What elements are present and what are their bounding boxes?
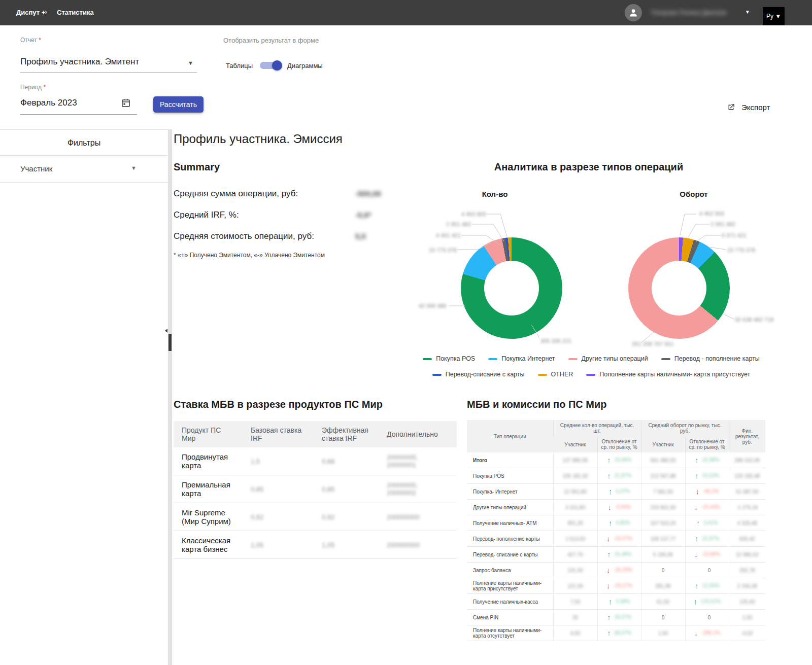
turn-member-cell: 1,50 bbox=[641, 625, 685, 641]
qty-deviation-cell: -26,29% bbox=[597, 563, 641, 578]
slice-label: 92 638 482 718 bbox=[735, 317, 773, 323]
fin-result-cell: -0,52 bbox=[729, 625, 765, 641]
table-row: Покупка POS 105 181,50 21,87% 212 567,88… bbox=[467, 468, 765, 484]
trend-arrow-icon bbox=[696, 519, 700, 527]
trend-arrow-icon bbox=[607, 503, 612, 511]
legend-item: Другие типы операций bbox=[568, 355, 648, 362]
slice-label: 4 491 421 bbox=[436, 232, 461, 238]
operation-type-cell: Получение наличных-касса bbox=[467, 594, 553, 610]
table-row: Запрос баланса 131,50 -26,29% 0 0 292,78 bbox=[467, 563, 765, 578]
analytics-heading: Аналитика в разрезе типов операций bbox=[436, 161, 741, 173]
operation-type-cell: Полнение карты наличными-карта отсутству… bbox=[467, 625, 553, 641]
legend-swatch bbox=[661, 358, 670, 360]
period-input[interactable]: Февраль 2023 bbox=[20, 98, 137, 114]
user-name[interactable]: Топорова Полина Дмитриевна bbox=[651, 9, 727, 16]
trend-arrow-icon bbox=[607, 472, 612, 480]
slice-label: 23 779 378 bbox=[429, 247, 457, 253]
export-label: Экспорт bbox=[741, 103, 770, 112]
legend-item: Перевод-списание с карты bbox=[432, 371, 525, 378]
qty-member-cell: 137 880,95 bbox=[553, 452, 597, 468]
table-header-row: Продукт ПС Мир Базовая ставка IRF Эффект… bbox=[174, 421, 457, 447]
period-underline bbox=[20, 114, 137, 115]
qty-deviation-cell: -9,94% bbox=[597, 500, 641, 515]
table-row: Полнение карты наличными-карта присутств… bbox=[467, 578, 765, 594]
panel-scrollbar-thumb[interactable] bbox=[168, 334, 172, 351]
turn-deviation-cell: 22,87% bbox=[685, 531, 729, 547]
qty-deviation-cell: -23,07% bbox=[597, 531, 641, 547]
legend-swatch bbox=[538, 374, 547, 376]
display-mode-toggle[interactable] bbox=[260, 62, 280, 69]
member-filter-label: Участник bbox=[20, 164, 52, 173]
toggle-diagrams-label[interactable]: Диаграммы bbox=[287, 62, 323, 69]
turn-deviation-cell: -10,44% bbox=[685, 500, 729, 515]
fin-result-cell: 12 985,53 bbox=[729, 547, 765, 563]
trend-arrow-icon bbox=[695, 487, 700, 496]
summary-value: 5,5 bbox=[355, 232, 366, 240]
qty-deviation-cell: 15,48% bbox=[597, 547, 641, 563]
page-title: Профиль участника. Эмиссия bbox=[174, 132, 343, 146]
slice-label: 23 779 378 bbox=[727, 247, 755, 253]
export-icon bbox=[727, 103, 735, 112]
qty-member-cell: 4,50 bbox=[553, 625, 597, 641]
panel-resize-handle-icon[interactable] bbox=[165, 329, 167, 333]
operation-type-cell: Полнение карты наличными-карта присутств… bbox=[467, 578, 553, 594]
language-selector[interactable]: Ру ▼ bbox=[763, 7, 785, 25]
app-title[interactable]: Диспут + bbox=[16, 9, 45, 16]
top-bar: Диспут + › Статистика Топорова Полина Дм… bbox=[0, 0, 812, 25]
rates-table-title: Ставка МБВ в разрезе продуктов ПС Мир bbox=[174, 399, 383, 410]
legend-swatch bbox=[488, 358, 497, 360]
donut-chart-turnover[interactable] bbox=[628, 237, 730, 339]
slice-label: 42 996 986 bbox=[419, 303, 447, 309]
qty-member-cell: 121,50 bbox=[553, 578, 597, 594]
table-row: Продвинутая карта1,5 0,6820000000, 20000… bbox=[174, 447, 457, 475]
trend-arrow-icon bbox=[695, 582, 699, 590]
calendar-icon[interactable] bbox=[121, 98, 131, 108]
slice-label: 251 208 767 551 bbox=[632, 341, 674, 347]
operation-type-cell: Итого bbox=[467, 452, 553, 468]
toggle-thumb[interactable] bbox=[272, 60, 282, 71]
summary-footnote: * «+» Получено Эмитентом, «-» Уплачено Э… bbox=[174, 252, 325, 259]
required-mark: * bbox=[39, 37, 41, 44]
turn-deviation-cell: -48,2% bbox=[685, 484, 729, 500]
avatar[interactable] bbox=[625, 4, 642, 21]
slice-label: 2 991 482 bbox=[710, 221, 735, 227]
turn-member-cell: 61,50 bbox=[641, 594, 685, 610]
user-menu-caret-icon[interactable]: ▼ bbox=[745, 9, 750, 15]
operation-type-cell: Запрос баланса bbox=[467, 563, 553, 578]
chart-turnover-title: Оборот bbox=[653, 190, 734, 198]
sidebar-item-member[interactable]: Участник ▼ bbox=[0, 156, 168, 182]
period-label: Период * bbox=[20, 84, 46, 91]
person-icon bbox=[628, 8, 638, 18]
operation-type-cell: Получение наличных- ATM bbox=[467, 515, 553, 531]
turn-member-cell: 0 bbox=[641, 610, 685, 625]
qty-deviation-cell: -29,07% bbox=[597, 578, 641, 594]
operation-type-cell: Другие типы операций bbox=[467, 500, 553, 515]
slice-label: 4 462 903 bbox=[699, 211, 724, 217]
donut-chart-quantity[interactable] bbox=[461, 237, 562, 339]
report-select[interactable]: Профиль участника. Эмитент ▼ bbox=[20, 57, 197, 73]
qty-deviation-cell: 21,87% bbox=[597, 468, 641, 484]
legend-swatch bbox=[586, 374, 595, 376]
fin-result-cell: 4 325,48 bbox=[729, 515, 765, 531]
turn-member-cell: 281,95 bbox=[641, 578, 685, 594]
fin-result-cell: 288 310,96 bbox=[729, 452, 765, 468]
divider bbox=[0, 182, 168, 183]
table-row: Премиальная карта0,85 0,8520000000, 2000… bbox=[174, 475, 457, 503]
column-header: Дополнительно bbox=[379, 421, 457, 447]
turn-deviation-cell: -288,1% bbox=[685, 625, 729, 641]
toggle-tables-label[interactable]: Таблицы bbox=[226, 62, 253, 69]
legend-item: Перевод - пополнение карты bbox=[661, 355, 760, 362]
qty-member-cell: 105 181,50 bbox=[553, 468, 597, 484]
qty-deviation-cell: 4,85% bbox=[597, 515, 641, 531]
export-button[interactable]: Экспорт bbox=[727, 103, 770, 112]
calculate-button[interactable]: Рассчитать bbox=[153, 96, 204, 113]
panel-scrollbar-track[interactable] bbox=[168, 129, 172, 665]
column-header: Эффективная ставка IRF bbox=[314, 421, 379, 447]
turn-member-cell: 5 195,95 bbox=[641, 547, 685, 563]
table-row: Другие типы операций 3 151,80 -9,94% 219… bbox=[467, 500, 765, 515]
breadcrumb-chevron-icon: › bbox=[45, 7, 47, 16]
qty-member-cell: 1 513,50 bbox=[553, 531, 597, 547]
legend-item: OTHER bbox=[538, 371, 573, 378]
turn-deviation-cell: 0 bbox=[685, 563, 729, 578]
summary-value: -0,6* bbox=[355, 211, 371, 219]
